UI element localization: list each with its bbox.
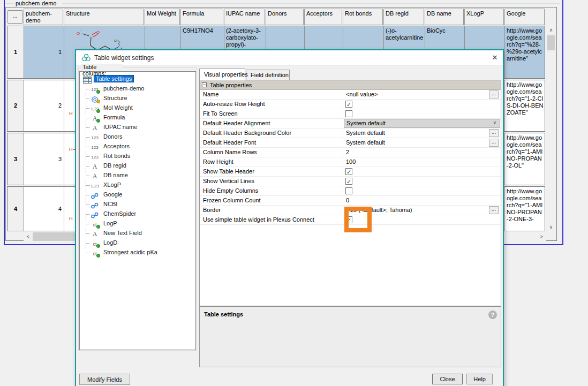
table-columns-label: Table columns:	[81, 64, 123, 71]
tree-item-label: XLogP	[102, 181, 123, 188]
ellipsis-button[interactable]: ...	[489, 139, 499, 147]
checkbox[interactable]	[345, 110, 352, 117]
calculated-field-icon: ct	[89, 221, 100, 229]
property-value[interactable]: ✓	[343, 167, 501, 176]
tree-item-label: DB regid	[102, 162, 128, 169]
tree-item-google[interactable]: Google	[80, 191, 195, 200]
tree-item-mol-weight[interactable]: 1,23Mol Weight	[80, 104, 195, 113]
tree-item-rot-bonds[interactable]: 123Rot bonds	[80, 152, 195, 161]
dropdown-value: System default	[346, 120, 386, 126]
tree-item-ncbi[interactable]: NCBI	[80, 200, 195, 209]
tree-item-chemspider[interactable]: ChemSpider	[80, 210, 195, 219]
context-help-icon[interactable]: ?	[488, 311, 497, 319]
tree-item-label: New Text Field	[102, 229, 144, 237]
tree-item-db-regid[interactable]: ADB regid	[80, 162, 195, 171]
property-row-default-header-background-color: Default Header Background ColorSystem de…	[200, 128, 501, 138]
property-row-column-name-rows: Column Name Rows2	[200, 148, 501, 157]
chemaxon-logo-icon	[81, 54, 91, 62]
close-icon[interactable]: ✕	[490, 54, 500, 62]
property-value[interactable]	[343, 109, 501, 118]
property-value[interactable]: ✓	[343, 100, 501, 109]
tree-item-pubchem-demo[interactable]: 123pubchem-demo	[80, 85, 195, 94]
dialog-title: Table widget settings	[94, 54, 228, 62]
tree-item-label: Rot bonds	[102, 152, 132, 160]
tree-item-label: LogD	[102, 239, 119, 246]
tree-item-donors[interactable]: 123Donors	[80, 133, 195, 142]
tree-item-label: Structure	[102, 94, 129, 102]
ellipsis-button[interactable]: ...	[489, 206, 499, 214]
property-value[interactable]: 100	[343, 157, 501, 166]
ellipsis-button[interactable]: ...	[489, 90, 499, 99]
property-row-row-height: Row Height100	[200, 157, 501, 167]
text-field-icon: A	[89, 115, 100, 123]
decimal-field-icon: 1,23	[89, 183, 100, 190]
property-value-text: System default	[346, 139, 385, 146]
collapse-toggle-icon[interactable]	[202, 82, 207, 87]
close-button[interactable]: Close	[432, 374, 463, 384]
tree-item-label: Strongest acidic pKa	[102, 248, 159, 256]
property-value[interactable]: 0	[343, 196, 501, 205]
tree-item-iupac-name[interactable]: AIUPAC name	[80, 123, 195, 132]
property-value[interactable]: System default...	[343, 128, 501, 138]
tree-item-logp[interactable]: ctLogP	[80, 220, 195, 229]
property-value[interactable]: System default∨	[343, 119, 501, 128]
tree-item-logd[interactable]: ctLogD	[80, 239, 195, 248]
tab-field-definition[interactable]: Field definition	[246, 70, 290, 80]
property-value[interactable]: ✓	[343, 177, 501, 186]
tree-item-label: Formula	[102, 113, 126, 121]
property-value[interactable]: <null value>...	[343, 90, 501, 99]
column-tree-panel: Table settings123pubchem-demoStructure1,…	[79, 71, 196, 350]
property-value[interactable]: 2	[343, 148, 501, 157]
property-value-text: 2	[346, 149, 349, 155]
checkbox[interactable]	[345, 187, 352, 194]
tree-item-acceptors[interactable]: 123Acceptors	[80, 142, 195, 152]
tree-item-strongest-acidic-pka[interactable]: ctStrongest acidic pKa	[80, 248, 195, 258]
checkbox[interactable]: ✓	[345, 168, 352, 175]
property-row-name: Name<null value>...	[200, 90, 501, 100]
property-label: Fit To Screen	[203, 110, 238, 117]
numeric-field-icon: 123	[89, 154, 100, 161]
tree-item-label: Acceptors	[102, 142, 131, 150]
tree-item-label: IUPAC name	[102, 123, 139, 131]
text-field-icon: A	[89, 125, 100, 132]
checkbox[interactable]: ✓	[345, 178, 352, 185]
property-label: Auto-resize Row Height	[203, 101, 265, 107]
url-field-icon	[89, 192, 100, 200]
tree-item-label: pubchem-demo	[102, 85, 146, 92]
screen: pubchem-demo...pubchem-demoStructureMol …	[0, 0, 588, 386]
property-label: Default Header Alignment	[203, 120, 270, 126]
tree-item-label: Donors	[102, 133, 124, 140]
dropdown[interactable]: System default∨	[344, 119, 500, 128]
tree-item-label: Google	[102, 191, 124, 198]
property-row-show-table-header: Show Table Header✓	[200, 167, 501, 177]
property-label: Show Vertical Lines	[203, 178, 254, 184]
property-group-label: Table properties	[210, 82, 252, 88]
modify-fields-button[interactable]: Modify Fields	[79, 374, 130, 385]
property-group-header: Table properties	[200, 80, 501, 90]
property-label: Frozen Column Count	[203, 197, 261, 203]
tree-item-formula[interactable]: AFormula	[80, 113, 195, 123]
property-value[interactable]	[343, 186, 501, 195]
tree-item-label: DB name	[102, 171, 130, 179]
property-label: Default Header Background Color	[203, 130, 291, 136]
property-label: Show Table Header	[203, 168, 254, 175]
property-grid: Table propertiesName<null value>...Auto-…	[199, 80, 501, 306]
property-row-fit-to-screen: Fit To Screen	[200, 109, 501, 119]
property-value[interactable]: System default...	[343, 138, 501, 147]
property-row-frozen-column-count: Frozen Column Count0	[200, 196, 501, 206]
tree-item-new-text-field[interactable]: ANew Text Field	[80, 229, 195, 238]
ellipsis-button[interactable]: ...	[489, 129, 499, 137]
property-row-default-header-font: Default Header FontSystem default...	[200, 138, 501, 148]
tree-item-xlogp[interactable]: 1,23XLogP	[80, 181, 195, 190]
property-label: Use simple table widget in Plexus Connec…	[203, 216, 314, 223]
property-label: Row Height	[203, 158, 233, 165]
checkbox[interactable]: ✓	[345, 101, 352, 108]
help-button[interactable]: Help	[466, 374, 493, 384]
tree-item-structure[interactable]: Structure	[80, 94, 195, 103]
tree-item-label: NCBI	[102, 200, 119, 208]
tab-visual-properties[interactable]: Visual properties	[199, 69, 245, 80]
property-label: Default Header Font	[203, 139, 256, 146]
numeric-field-icon: 123	[89, 86, 100, 94]
property-label: Hide Empty Columns	[203, 187, 258, 194]
tree-item-db-name[interactable]: ADB name	[80, 171, 195, 180]
